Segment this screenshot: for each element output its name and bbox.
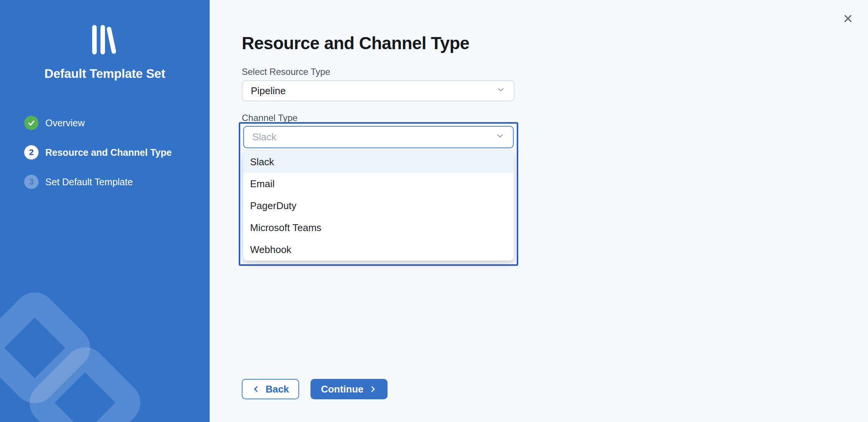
dropdown-option-webhook[interactable]: Webhook bbox=[243, 239, 514, 261]
wizard-sidebar: Default Template Set Overview 2 Resource… bbox=[0, 0, 210, 422]
step-label: Resource and Channel Type bbox=[45, 147, 171, 158]
books-logo-icon bbox=[88, 24, 122, 56]
close-icon bbox=[843, 14, 853, 23]
dropdown-option-email[interactable]: Email bbox=[243, 173, 514, 195]
channel-type-dropdown: Slack Email PagerDuty Microsoft Teams We… bbox=[243, 151, 514, 261]
page-title: Resource and Channel Type bbox=[242, 33, 470, 53]
continue-button-label: Continue bbox=[321, 383, 364, 395]
step-number-badge: 3 bbox=[24, 175, 39, 189]
resource-type-label: Select Resource Type bbox=[242, 67, 330, 77]
step-label: Set Default Template bbox=[45, 177, 133, 188]
channel-type-label: Channel Type bbox=[242, 113, 298, 123]
step-label: Overview bbox=[45, 118, 85, 129]
step-complete-check-icon bbox=[24, 116, 39, 130]
step-resource-and-channel-type[interactable]: 2 Resource and Channel Type bbox=[24, 145, 171, 160]
chevron-left-icon bbox=[252, 385, 260, 393]
resource-type-select[interactable]: Pipeline bbox=[242, 80, 514, 101]
wizard-content: Resource and Channel Type Select Resourc… bbox=[210, 0, 868, 422]
wizard-title: Default Template Set bbox=[0, 67, 210, 81]
back-button[interactable]: Back bbox=[242, 379, 299, 399]
wizard-actions: Back Continue bbox=[242, 379, 388, 399]
resource-type-value: Pipeline bbox=[251, 85, 286, 97]
channel-type-select[interactable]: Slack bbox=[243, 126, 514, 148]
wizard-steps: Overview 2 Resource and Channel Type 3 S… bbox=[24, 116, 171, 189]
dropdown-option-slack[interactable]: Slack bbox=[243, 151, 514, 173]
wizard-modal: Default Template Set Overview 2 Resource… bbox=[0, 0, 868, 422]
step-overview[interactable]: Overview bbox=[24, 116, 171, 130]
step-set-default-template[interactable]: 3 Set Default Template bbox=[24, 175, 171, 189]
channel-type-placeholder: Slack bbox=[252, 131, 276, 143]
continue-button[interactable]: Continue bbox=[310, 379, 388, 399]
chevron-down-icon bbox=[496, 85, 505, 97]
close-button[interactable] bbox=[839, 10, 857, 27]
dropdown-option-microsoft-teams[interactable]: Microsoft Teams bbox=[243, 217, 514, 239]
dropdown-option-pagerduty[interactable]: PagerDuty bbox=[243, 195, 514, 217]
chevron-right-icon bbox=[369, 385, 377, 393]
back-button-label: Back bbox=[266, 383, 289, 395]
step-number-badge: 2 bbox=[24, 145, 39, 160]
chevron-down-icon bbox=[496, 131, 505, 143]
